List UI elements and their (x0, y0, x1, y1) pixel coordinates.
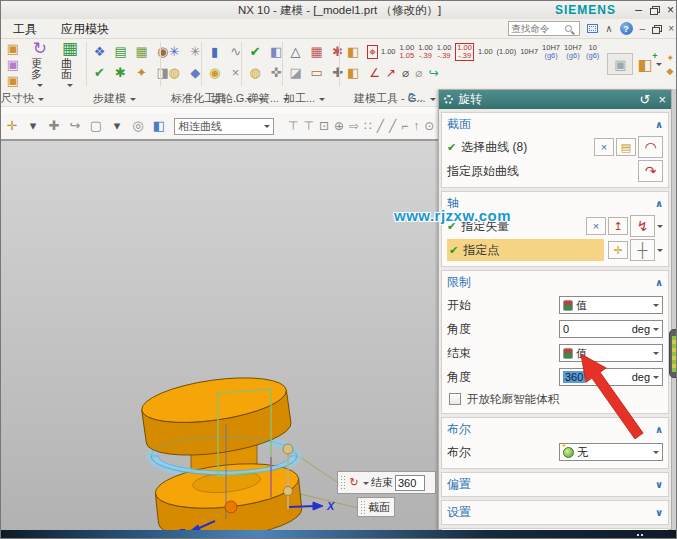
dialog-close-icon[interactable]: × (658, 93, 666, 106)
section-group-header[interactable]: 截面∧ (447, 114, 663, 135)
snap-point-icon[interactable]: ∷ (364, 119, 372, 133)
tiny-icon[interactable]: ◆ (666, 66, 674, 76)
window-minimize-icon[interactable]: – (635, 3, 642, 17)
scene-preferences-icon[interactable]: ▣ (607, 53, 633, 75)
group-label[interactable]: 2... (408, 91, 423, 103)
ribbon-icon[interactable]: ▮ (206, 41, 224, 62)
tolerance-chip[interactable]: 1.00 (381, 48, 396, 56)
point-dialog-icon[interactable]: ✛ (608, 241, 628, 259)
tiny-icon[interactable]: ✦ (666, 53, 674, 63)
more-button[interactable]: ↻ 更多 (25, 39, 55, 89)
deselect-icon[interactable]: × (594, 138, 614, 156)
select-curve-row[interactable]: ✔ 选择曲线 (8) × ▤ ◠ (447, 135, 663, 159)
dim-tool-icon[interactable]: ∠ (369, 66, 380, 80)
window-restore-icon[interactable] (650, 6, 659, 14)
ribbon-icon[interactable]: ▦ (308, 41, 326, 62)
cube-icon[interactable]: ◧ (344, 62, 362, 83)
mini-toolbar-caret[interactable] (363, 482, 369, 488)
ribbon-icon[interactable]: ▦ (133, 41, 151, 62)
surface-button[interactable]: ▦ 曲面 (55, 39, 85, 89)
limit-handle-top[interactable] (283, 444, 293, 454)
ribbon-icon[interactable]: ◍ (246, 62, 264, 83)
curve-icon[interactable]: ◠ (638, 136, 663, 158)
offset-group-header[interactable]: 偏置∨ (447, 474, 663, 495)
point-caret[interactable] (657, 249, 663, 255)
dim-tool-icon[interactable]: ⌀ (415, 66, 422, 80)
dim-tool-icon[interactable]: ⌀ (402, 66, 409, 80)
tolerance-chip[interactable]: 10H7(g6) (542, 44, 560, 60)
drag-handle-icon[interactable] (360, 500, 365, 515)
doc-restore-icon[interactable] (652, 25, 661, 33)
resource-bar-tab[interactable] (669, 329, 677, 378)
origin-handle-sphere[interactable] (225, 501, 237, 513)
point-picker-icon[interactable]: ┼ (630, 239, 655, 261)
ribbon-icon[interactable]: ❖ (91, 41, 109, 62)
snap-point-icon[interactable]: ⊕ (334, 119, 344, 133)
selection-tool-icon[interactable]: ▢ (87, 117, 105, 135)
cube-icon[interactable]: ◧ (344, 41, 362, 62)
limits-group-header[interactable]: 限制∧ (447, 272, 663, 293)
group-label[interactable]: 尺寸快 (1, 91, 44, 106)
selection-tool-icon[interactable]: ◎ (129, 117, 147, 135)
drag-handle-icon[interactable] (340, 475, 345, 490)
start-angle-input[interactable]: 0 deg (559, 320, 663, 338)
dialog-reset-icon[interactable]: ↺ (640, 93, 651, 106)
command-search[interactable] (508, 21, 580, 36)
window-close-icon[interactable]: × (667, 3, 674, 17)
ribbon-icon[interactable]: ▣ (4, 57, 22, 73)
revolve-mini-icon[interactable]: ↻ (347, 476, 361, 489)
doc-close-icon[interactable]: × (668, 23, 674, 34)
tolerance-chip[interactable]: (1.00) (497, 48, 517, 56)
cube-caret[interactable] (656, 63, 662, 69)
snap-point-icon[interactable]: ⊡ (319, 119, 329, 133)
tolerance-chip[interactable]: 1.00-.39 (418, 44, 433, 60)
snap-point-icon[interactable]: ⇨ (349, 119, 359, 133)
end-angle-input[interactable]: 360 (395, 475, 425, 491)
menu-item[interactable]: 应用模块 (49, 20, 121, 38)
vector-dialog-icon[interactable]: ↥ (608, 217, 628, 235)
search-input[interactable] (511, 23, 565, 34)
vector-inferred-icon[interactable]: ↯ (630, 215, 655, 237)
vector-clear-icon[interactable]: × (586, 217, 606, 235)
start-mode-dropdown[interactable]: 值 (559, 296, 663, 314)
selection-tool-icon[interactable]: ▾ (108, 117, 126, 135)
help-icon[interactable]: ? (620, 22, 633, 35)
onscreen-input-toolbar[interactable]: ↻ 结束 360 (337, 471, 436, 494)
selection-tool-icon[interactable]: ↪ (66, 117, 84, 135)
group-label[interactable]: 加工... (284, 91, 325, 106)
specify-point-highlight[interactable]: ✔ 指定点 (447, 239, 604, 261)
revolve-model[interactable]: X Z (131, 369, 443, 539)
section-tag[interactable]: 截面 (357, 497, 395, 517)
ribbon-icon[interactable]: △ (287, 41, 305, 62)
tolerance-chip[interactable]: 10H7 (520, 48, 538, 56)
tolerance-chip[interactable]: 10(g6) (586, 44, 599, 60)
selection-tool-icon[interactable]: ◧ (150, 117, 168, 135)
snap-point-icon[interactable]: ╱ (377, 119, 384, 133)
open-profile-checkbox[interactable] (449, 393, 461, 405)
ribbon-icon[interactable]: ◉ (206, 62, 224, 83)
selection-tool-icon[interactable]: ▾ (24, 117, 42, 135)
doc-minimize-icon[interactable]: – (640, 23, 646, 34)
tolerance-chip[interactable]: 1.001.05 (400, 44, 415, 60)
taskbar[interactable] (1, 530, 677, 539)
selection-tool-icon[interactable]: ✚ (45, 117, 63, 135)
specify-point-row[interactable]: ✔ 指定点 ✛ ┼ (447, 238, 663, 262)
ribbon-icon[interactable]: ▣ (4, 73, 22, 89)
specify-original-curve-row[interactable]: 指定原始曲线 ↷ (447, 159, 663, 183)
ribbon-icon[interactable]: ▣ (4, 41, 22, 57)
group-label[interactable]: 齿轮... (211, 91, 252, 106)
selection-tool-icon[interactable]: ✛ (3, 117, 21, 135)
snap-point-icon[interactable]: ⊤ (303, 119, 313, 133)
assembly-cube-icon[interactable]: ◧ (637, 55, 652, 74)
minimize-ribbon-icon[interactable]: ∧ (605, 23, 612, 34)
ribbon-icon[interactable]: ✱ (112, 62, 130, 83)
group-label[interactable]: 步建模 (93, 91, 136, 106)
ribbon-icon[interactable]: ✦ (133, 62, 151, 83)
tolerance-chip[interactable]: 1.00-.39 (455, 43, 474, 61)
group-label[interactable]: 弹簧... (248, 91, 289, 106)
dim-frame-icon[interactable]: ⌖ (367, 45, 378, 59)
vector-caret[interactable] (657, 225, 663, 231)
ribbon-icon[interactable]: ◍ (165, 62, 183, 83)
limit-handle-bottom[interactable] (284, 487, 293, 496)
menu-item[interactable]: 工具 (1, 20, 49, 38)
